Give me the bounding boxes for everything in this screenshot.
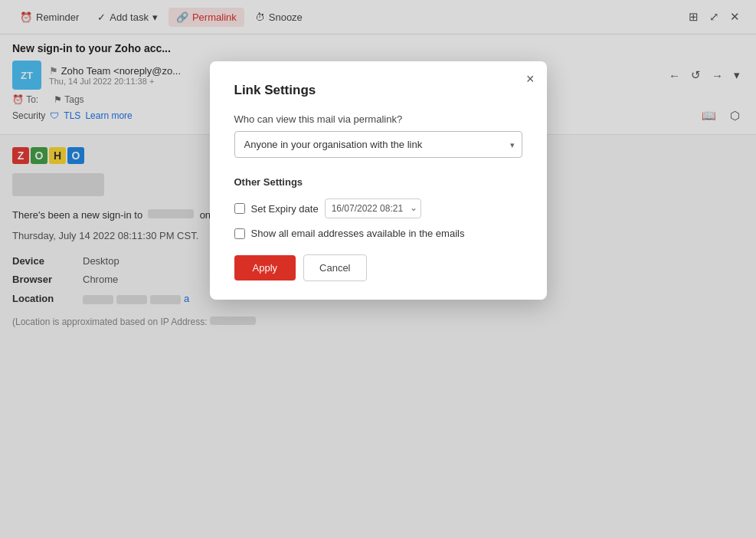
- modal-close-button[interactable]: ×: [526, 72, 535, 86]
- expiry-date-row: Set Expiry date 16/07/2022 08:21: [234, 198, 522, 218]
- who-can-view-select-wrap: Anyone in your organisation with the lin…: [234, 131, 522, 158]
- cancel-button[interactable]: Cancel: [303, 254, 366, 281]
- other-settings-title: Other Settings: [234, 176, 522, 188]
- expiry-date-label[interactable]: Set Expiry date: [251, 203, 319, 215]
- modal-title: Link Settings: [234, 83, 522, 98]
- date-select-wrap: 16/07/2022 08:21: [325, 198, 421, 218]
- modal-actions: Apply Cancel: [234, 254, 522, 281]
- modal-overlay: × Link Settings Who can view this mail v…: [0, 0, 756, 538]
- expiry-date-select[interactable]: 16/07/2022 08:21: [325, 198, 421, 218]
- who-can-view-label: Who can view this mail via permalink?: [234, 113, 522, 125]
- who-can-view-select[interactable]: Anyone in your organisation with the lin…: [234, 131, 522, 158]
- show-emails-row: Show all email addresses available in th…: [234, 228, 522, 239]
- show-emails-label[interactable]: Show all email addresses available in th…: [251, 228, 465, 239]
- link-settings-modal: × Link Settings Who can view this mail v…: [210, 61, 547, 300]
- show-emails-checkbox[interactable]: [234, 228, 245, 239]
- expiry-date-checkbox[interactable]: [234, 203, 245, 214]
- apply-button[interactable]: Apply: [234, 255, 296, 280]
